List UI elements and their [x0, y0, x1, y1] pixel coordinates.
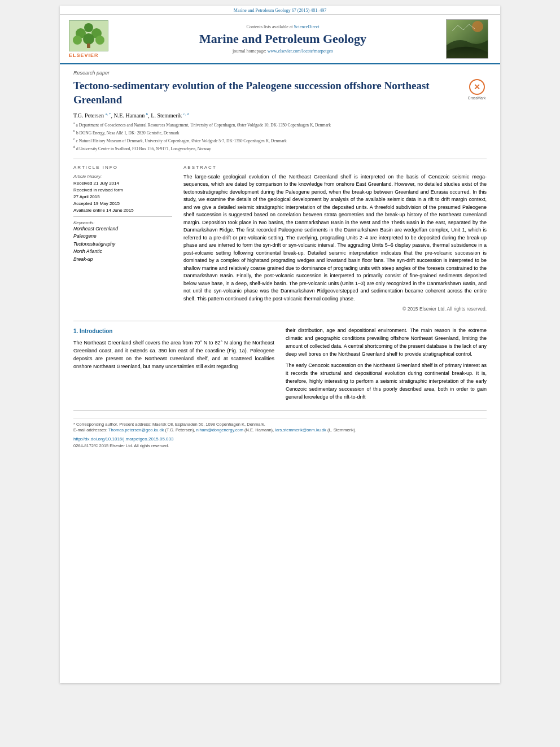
received-row: Received 21 July 2014	[73, 180, 172, 186]
svg-point-3	[73, 36, 82, 45]
abstract-text: The large-scale geological evolution of …	[183, 173, 487, 303]
keyword-0: Northeast Greenland	[73, 225, 172, 233]
available-row: Available online 14 June 2015	[73, 207, 172, 213]
email-link-3[interactable]: lars.stemmerik@snm.ku.dk	[275, 427, 326, 433]
issn-line: 0264-8172/© 2015 Elsevier Ltd. All right…	[73, 443, 487, 449]
article-body: 1. Introduction The Northeast Greenland …	[73, 321, 487, 404]
svg-point-5	[95, 36, 104, 45]
sciencedirect-link[interactable]: ScienceDirect	[294, 24, 320, 29]
doi-link[interactable]: http://dx.doi.org/10.1016/j.marpetgeo.20…	[73, 436, 487, 442]
keyword-3: North Atlantic	[73, 248, 172, 256]
affiliation-a: a a Department of Geosciences and Natura…	[73, 121, 487, 128]
crossmark-label: CrossMark	[468, 96, 485, 100]
elsevier-tree-icon	[69, 20, 108, 51]
page: Marine and Petroleum Geology 67 (2015) 4…	[60, 6, 500, 683]
available-date: Available online 14 June 2015	[73, 208, 134, 213]
received-date: Received 21 July 2014	[73, 181, 119, 186]
authors-text: T.G. Petersen a, *, N.E. Hamann b, L. St…	[73, 112, 189, 119]
svg-point-8	[472, 21, 483, 32]
crossmark-icon: ✕	[469, 79, 485, 95]
footnote-section: * Corresponding author. Present address:…	[73, 410, 487, 449]
revised-date-row: 27 April 2015	[73, 194, 172, 199]
intro-paragraph-right-2: The early Cenozoic succession on the Nor…	[286, 362, 487, 401]
email-link-2[interactable]: niham@dongenergy.com	[196, 427, 243, 433]
corresponding-author-note: * Corresponding author. Present address:…	[73, 422, 487, 428]
body-col-right: their distribution, age and depositional…	[286, 327, 487, 404]
body-columns: 1. Introduction The Northeast Greenland …	[73, 327, 487, 404]
intro-section-title: 1. Introduction	[73, 327, 274, 336]
keyword-4: Break-up	[73, 256, 172, 264]
abstract-heading: ABSTRACT	[183, 165, 487, 170]
journal-title: Marine and Petroleum Geology	[126, 32, 439, 46]
keywords-heading: Keywords:	[73, 220, 172, 225]
keyword-1: Paleogene	[73, 233, 172, 241]
revised-date: 27 April 2015	[73, 194, 100, 199]
affiliation-b: b b DONG Energy, Nesa Allé 1, DK- 2820 G…	[73, 129, 487, 136]
accepted-row: Accepted 19 May 2015	[73, 200, 172, 206]
body-col-left: 1. Introduction The Northeast Greenland …	[73, 327, 274, 404]
elsevier-logo: ELSEVIER	[69, 20, 120, 58]
revised-label: Received in revised form	[73, 187, 123, 193]
email-link-1[interactable]: Thomas.petersen@geo.ku.dk	[108, 427, 164, 433]
journal-cover-image	[446, 19, 491, 59]
affiliation-c: c c Natural History Museum of Denmark, U…	[73, 137, 487, 144]
crossmark-widget[interactable]: ✕ CrossMark	[467, 79, 487, 100]
svg-point-0	[84, 23, 93, 32]
doi-anchor[interactable]: http://dx.doi.org/10.1016/j.marpetgeo.20…	[73, 436, 173, 442]
affiliations: a a Department of Geosciences and Natura…	[73, 121, 487, 152]
geology-cover-art	[446, 19, 488, 59]
article-title-row: Tectono-sedimentary evolution of the Pal…	[73, 79, 487, 107]
authors-line: T.G. Petersen a, *, N.E. Hamann b, L. St…	[73, 111, 487, 118]
intro-paragraph-1: The Northeast Greenland shelf covers the…	[73, 339, 274, 371]
contents-available-line: Contents lists available at ScienceDirec…	[126, 24, 439, 29]
article-title: Tectono-sedimentary evolution of the Pal…	[73, 79, 462, 107]
homepage-line: journal homepage: www.elsevier.com/locat…	[126, 49, 439, 54]
journal-top-bar: Marine and Petroleum Geology 67 (2015) 4…	[60, 6, 500, 15]
svg-point-4	[83, 33, 94, 45]
abstract-column: ABSTRACT The large-scale geological evol…	[183, 165, 487, 312]
intro-paragraph-right-1: their distribution, age and depositional…	[286, 327, 487, 359]
article-info-abstract-section: ARTICLE INFO Article history: Received 2…	[73, 159, 487, 312]
journal-center: Contents lists available at ScienceDirec…	[126, 24, 439, 54]
main-content: Research paper Tectono-sedimentary evolu…	[60, 64, 500, 458]
keywords-section: Keywords: Northeast Greenland Paleogene …	[73, 220, 172, 264]
copyright-line: © 2015 Elsevier Ltd. All rights reserved…	[183, 306, 487, 312]
journal-header: ELSEVIER Contents lists available at Sci…	[60, 15, 500, 64]
history-label: Article history:	[73, 174, 102, 179]
journal-citation: Marine and Petroleum Geology 67 (2015) 4…	[234, 8, 326, 13]
accepted-date: Accepted 19 May 2015	[73, 201, 120, 206]
homepage-link[interactable]: www.elsevier.com/locate/marpetgeo	[268, 49, 333, 54]
article-info-heading: ARTICLE INFO	[73, 165, 172, 170]
history-label-row: Article history:	[73, 173, 172, 179]
email-note: E-mail addresses: Thomas.petersen@geo.ku…	[73, 427, 487, 434]
article-info-column: ARTICLE INFO Article history: Received 2…	[73, 165, 172, 312]
article-type-label: Research paper	[73, 70, 487, 76]
revised-label-row: Received in revised form	[73, 187, 172, 193]
affiliation-d: d d University Centre in Svalbard, P.O B…	[73, 145, 487, 152]
svg-rect-6	[87, 43, 90, 48]
keyword-2: Tectonostratigraphy	[73, 241, 172, 248]
elsevier-brand-text: ELSEVIER	[69, 53, 120, 58]
